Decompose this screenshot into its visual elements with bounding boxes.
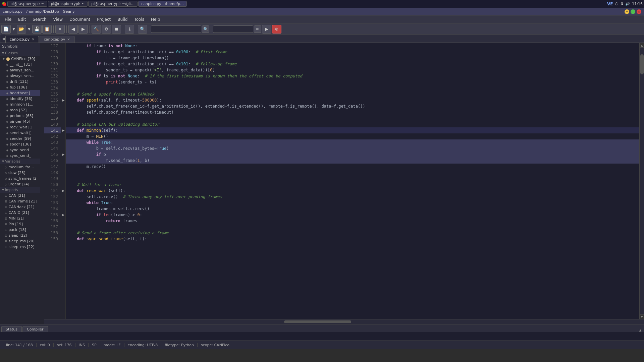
ln-158[interactable]: 158 bbox=[44, 230, 61, 236]
open-button[interactable]: 📂 bbox=[17, 25, 26, 34]
menu-edit[interactable]: Edit bbox=[15, 16, 29, 22]
ln-155[interactable]: 155 bbox=[44, 212, 61, 218]
sidebar-recvwait[interactable]: ◈ recv_wait [1 bbox=[0, 124, 40, 130]
code-text[interactable]: if frame is not None: if frame.get_arbit… bbox=[66, 43, 639, 319]
ln-147[interactable]: 147 bbox=[44, 164, 61, 170]
code-line-145[interactable]: if b: bbox=[66, 152, 639, 158]
sidebar-syncsend1[interactable]: ◈ sync_send_ bbox=[0, 147, 40, 153]
bottom-panel-expand-icon[interactable]: ▲ bbox=[638, 328, 643, 332]
ln-151[interactable]: 151 bbox=[44, 188, 61, 194]
sidebar-pack[interactable]: ⊞ pack [18] bbox=[0, 227, 40, 233]
code-line-127[interactable]: if frame is not None: bbox=[66, 43, 639, 49]
sidebar-urgent[interactable]: ◇ urgent [24] bbox=[0, 181, 40, 187]
close-button[interactable]: ✕ bbox=[55, 25, 65, 34]
code-line-136[interactable]: def spoof(self, f, timeout=500000): bbox=[66, 97, 639, 103]
ln-142[interactable]: 142 bbox=[44, 133, 61, 139]
ln-159[interactable]: 159 bbox=[44, 236, 61, 242]
code-line-143[interactable]: while True: bbox=[66, 139, 639, 145]
tab-canpico-close[interactable]: ✕ bbox=[32, 38, 34, 41]
search-input[interactable] bbox=[151, 25, 201, 33]
sidebar-init[interactable]: ◈ __init__ [31] bbox=[0, 62, 40, 67]
code-line-147[interactable]: m.recv() bbox=[66, 164, 639, 170]
ln-156[interactable]: 156 bbox=[44, 218, 61, 224]
ln-154[interactable]: 154 bbox=[44, 206, 61, 212]
stop-button[interactable]: ⏹ bbox=[112, 25, 121, 34]
ln-146[interactable]: 146 bbox=[44, 158, 61, 164]
code-line-130[interactable]: if frame.get_arbitration_id() == 0x101: … bbox=[66, 61, 639, 67]
code-line-156[interactable]: return frames bbox=[66, 218, 639, 224]
code-line-134[interactable] bbox=[66, 85, 639, 91]
menu-search[interactable]: Search bbox=[29, 16, 50, 22]
code-line-140[interactable]: # Simple CAN bus uploading monitor bbox=[66, 121, 639, 127]
color-button[interactable]: ▶ bbox=[262, 25, 271, 34]
hscroll-thumb[interactable] bbox=[284, 320, 351, 323]
sidebar-drift[interactable]: ◈ drift [121] bbox=[0, 79, 40, 84]
fold-141[interactable]: ▶ bbox=[61, 127, 66, 133]
sidebar-canframe[interactable]: ⊞ CANFrame [21] bbox=[0, 198, 40, 204]
sidebar-sendwait[interactable]: ◈ send_wait [ bbox=[0, 130, 40, 136]
fold-151[interactable]: ▶ bbox=[61, 188, 66, 194]
back-button[interactable]: ◀ bbox=[68, 25, 78, 34]
taskbar-item-0[interactable]: pi@raspberrypi: ~ bbox=[7, 1, 47, 7]
sidebar-spoof[interactable]: ◈ spoof [136] bbox=[0, 141, 40, 147]
code-line-142[interactable]: m = MIN() bbox=[66, 133, 639, 139]
zoom-in-button[interactable]: 🔍 bbox=[138, 25, 147, 34]
bottom-tab-compiler[interactable]: Compiler bbox=[22, 326, 48, 332]
ln-137[interactable]: 137 bbox=[44, 103, 61, 109]
run-dropdown[interactable]: ⚙ bbox=[102, 25, 111, 34]
minimize-button[interactable]: ─ bbox=[625, 9, 629, 14]
tab-canpcap[interactable]: canpcap.py ✕ bbox=[40, 36, 74, 43]
code-line-135[interactable]: # Send a spoof frame via CANHack bbox=[66, 91, 639, 97]
menu-help[interactable]: Help bbox=[148, 16, 163, 22]
ln-133[interactable]: 133 bbox=[44, 79, 61, 85]
ln-141[interactable]: 141 bbox=[44, 127, 61, 133]
save-as-button[interactable]: 📋 bbox=[42, 25, 52, 34]
sidebar-periodic[interactable]: ◈ periodic [65] bbox=[0, 113, 40, 119]
vscroll-up[interactable]: ▲ bbox=[640, 43, 644, 48]
raspberry-pi-icon[interactable]: 🍓 bbox=[1, 1, 7, 7]
ln-135[interactable]: 135 bbox=[44, 91, 61, 97]
tab-canpico[interactable]: canpico.py ✕ bbox=[5, 36, 39, 43]
ln-134[interactable]: 134 bbox=[44, 85, 61, 91]
fold-136[interactable]: ▶ bbox=[61, 97, 66, 103]
code-line-153[interactable]: while True: bbox=[66, 200, 639, 206]
sidebar-always2[interactable]: ◈ always_sen... bbox=[0, 73, 40, 79]
close-button[interactable]: ✕ bbox=[637, 9, 641, 14]
sidebar-sleepms1[interactable]: ⊞ sleep_ms [20] bbox=[0, 238, 40, 244]
code-line-138[interactable]: self.ch.spoof_frame(timeout=timeout) bbox=[66, 109, 639, 115]
sidebar-mon[interactable]: ◈ mon [52] bbox=[0, 107, 40, 113]
new-dropdown[interactable]: ▼ bbox=[11, 25, 16, 34]
sidebar-slow[interactable]: ◇ slow [25] bbox=[0, 170, 40, 176]
sidebar-pin[interactable]: ⊞ Pin [19] bbox=[0, 221, 40, 227]
ln-144[interactable]: 144 bbox=[44, 145, 61, 152]
code-line-139[interactable] bbox=[66, 115, 639, 121]
code-line-129[interactable]: ts = frame.get_timestamp() bbox=[66, 55, 639, 61]
ln-132[interactable]: 132 bbox=[44, 73, 61, 79]
sidebar-medframe[interactable]: ◇ medium_fra... bbox=[0, 164, 40, 170]
sidebar-heartbeat[interactable]: ◈ heartbeat [ bbox=[0, 90, 40, 96]
forward-button[interactable]: ▶ bbox=[78, 25, 88, 34]
menu-view[interactable]: View bbox=[50, 16, 66, 22]
menu-document[interactable]: Document bbox=[66, 16, 94, 22]
taskbar-item-3[interactable]: canpico.py - /home/p... bbox=[138, 1, 186, 7]
fold-145[interactable]: ▶ bbox=[61, 152, 66, 158]
code-line-155[interactable]: if len(frames) > 0: bbox=[66, 212, 639, 218]
code-editor[interactable]: 127 128 129 130 131 132 133 134 135 136 … bbox=[44, 43, 644, 324]
fold-155[interactable]: ▶ bbox=[61, 212, 66, 218]
code-line-144[interactable]: b = self.c.recv(as_bytes=True) bbox=[66, 145, 639, 152]
code-line-137[interactable]: self.ch.set_frame(can_id=f.get_arbitrati… bbox=[66, 103, 639, 109]
code-line-128[interactable]: if frame.get_arbitration_id() == 0x100: … bbox=[66, 49, 639, 55]
code-line-157[interactable] bbox=[66, 224, 639, 230]
taskbar-item-2[interactable]: pi@raspberrypi: ~/git... bbox=[88, 1, 138, 7]
menu-project[interactable]: Project bbox=[94, 16, 114, 22]
section-classes[interactable]: ▼ Classes bbox=[0, 50, 40, 56]
menu-tools[interactable]: Tools bbox=[131, 16, 148, 22]
sidebar-fup[interactable]: ◈ fup [106] bbox=[0, 84, 40, 90]
sidebar-sleep[interactable]: ⊞ sleep [22] bbox=[0, 233, 40, 238]
jump-to-button[interactable]: ⤓ bbox=[125, 25, 134, 34]
ln-149[interactable]: 149 bbox=[44, 176, 61, 182]
ln-130[interactable]: 130 bbox=[44, 61, 61, 67]
maximize-button[interactable]: □ bbox=[631, 9, 635, 14]
sidebar-min[interactable]: ⊞ MIN [21] bbox=[0, 216, 40, 221]
tab-canpcap-close[interactable]: ✕ bbox=[67, 38, 70, 41]
